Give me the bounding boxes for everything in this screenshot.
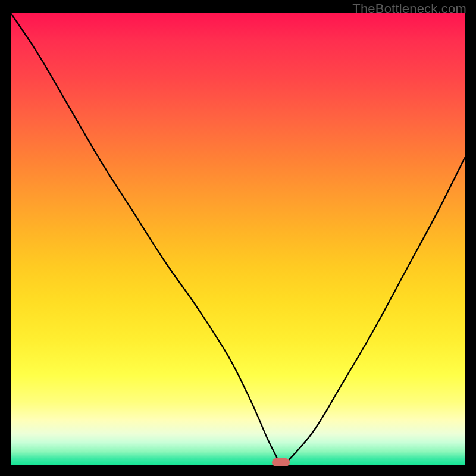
plot-area — [11, 13, 465, 465]
bottleneck-curve — [11, 13, 465, 465]
watermark-text: TheBottleneck.com — [352, 1, 466, 17]
optimal-point-marker — [272, 458, 290, 466]
chart-frame: TheBottleneck.com — [0, 0, 476, 476]
